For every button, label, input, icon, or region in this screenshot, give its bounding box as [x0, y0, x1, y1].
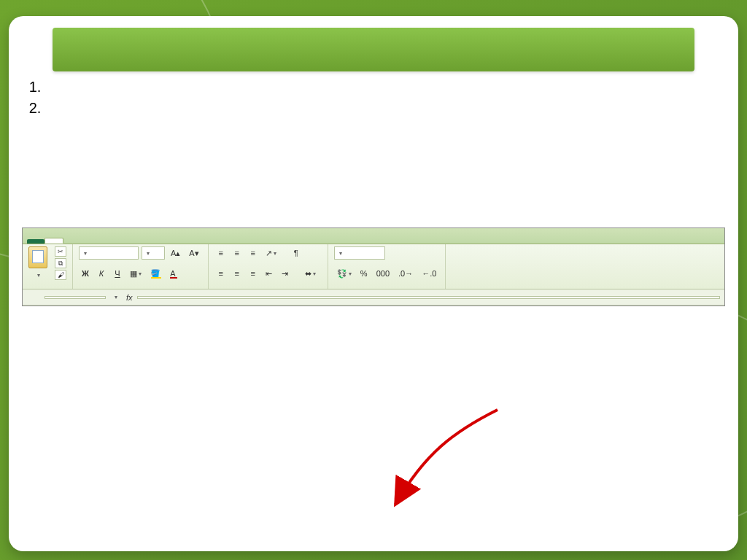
group-label-number: [334, 287, 440, 289]
slide-title: [53, 28, 694, 71]
group-clipboard: ✂ ⧉ 🖌: [23, 244, 73, 289]
align-center-icon[interactable]: ≡: [231, 267, 244, 280]
group-label-align: [214, 287, 322, 289]
paste-icon[interactable]: [28, 246, 47, 268]
tab-view[interactable]: [151, 239, 169, 244]
group-font: A▴ A▾ Ж К Ч ▦ 🪣 A: [73, 244, 209, 289]
decrease-indent-icon[interactable]: ⇤: [263, 267, 276, 280]
format-painter-icon[interactable]: 🖌: [55, 270, 66, 280]
slide-body: [9, 71, 738, 122]
tab-pagelayout[interactable]: [81, 239, 98, 244]
font-size-select[interactable]: [142, 246, 165, 260]
group-alignment: ≡ ≡ ≡ ↗ ¶ ≡ ≡ ≡ ⇤ ⇥: [209, 244, 328, 289]
tab-review[interactable]: [133, 239, 151, 244]
number-format-select[interactable]: [334, 246, 385, 260]
cut-icon[interactable]: ✂: [55, 246, 66, 257]
underline-button[interactable]: Ч: [111, 267, 124, 280]
copy-icon[interactable]: ⧉: [55, 258, 66, 268]
border-button[interactable]: ▦: [127, 267, 144, 280]
font-name-select[interactable]: [79, 246, 139, 260]
merge-center-icon[interactable]: ⬌: [302, 267, 319, 280]
align-left-icon[interactable]: ≡: [214, 267, 228, 280]
excel-screenshot: ✂ ⧉ 🖌 A▴ A▾ Ж: [22, 228, 725, 542]
group-label-font: [79, 287, 202, 289]
increase-indent-icon[interactable]: ⇥: [279, 267, 292, 280]
italic-button[interactable]: К: [95, 267, 108, 280]
steps-list: [45, 77, 722, 118]
group-label-clipboard: [28, 287, 66, 289]
percent-icon[interactable]: %: [357, 267, 371, 280]
ribbon-tabs: [23, 228, 724, 244]
group-number: 💱 % 000 .0→ ←.0: [328, 244, 446, 289]
font-color-button[interactable]: A: [166, 267, 179, 280]
comma-style-icon[interactable]: 000: [374, 267, 392, 280]
fill-color-button[interactable]: 🪣: [147, 267, 163, 280]
align-right-icon[interactable]: ≡: [247, 267, 260, 280]
excel-window: ✂ ⧉ 🖌 A▴ A▾ Ж: [22, 228, 725, 306]
bold-button[interactable]: Ж: [79, 267, 92, 280]
increase-decimal-icon[interactable]: .0→: [395, 267, 416, 280]
decrease-decimal-icon[interactable]: ←.0: [419, 267, 439, 280]
currency-icon[interactable]: 💱: [334, 267, 355, 280]
tab-insert[interactable]: [63, 239, 81, 244]
formula-bar[interactable]: [137, 296, 720, 299]
increase-font-icon[interactable]: A▴: [168, 246, 183, 260]
orientation-icon[interactable]: ↗: [263, 246, 279, 260]
align-middle-icon[interactable]: ≡: [231, 246, 244, 260]
formula-bar-row: fx: [23, 289, 724, 306]
wrap-text-icon[interactable]: ¶: [290, 246, 303, 260]
slide-card: ✂ ⧉ 🖌 A▴ A▾ Ж: [9, 16, 738, 551]
tab-formulas[interactable]: [98, 239, 116, 244]
decrease-font-icon[interactable]: A▾: [186, 246, 201, 260]
name-box[interactable]: [44, 296, 106, 299]
file-tab[interactable]: [27, 239, 44, 244]
name-box-dropdown[interactable]: [109, 291, 122, 304]
ribbon: ✂ ⧉ 🖌 A▴ A▾ Ж: [23, 244, 724, 289]
tab-home[interactable]: [44, 238, 63, 244]
step-2: [45, 98, 722, 118]
align-top-icon[interactable]: ≡: [214, 246, 228, 260]
align-bottom-icon[interactable]: ≡: [247, 246, 260, 260]
step-1: [45, 77, 722, 97]
paste-button[interactable]: [31, 268, 44, 281]
fx-icon[interactable]: fx: [126, 293, 133, 302]
tab-data[interactable]: [116, 239, 133, 244]
